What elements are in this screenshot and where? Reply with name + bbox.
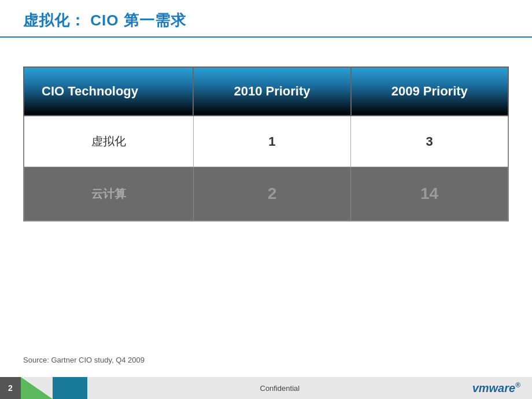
logo-ware: ware [489,382,516,394]
logo-vm: vm [472,382,489,394]
header: 虚拟化： CIO 第一需求 [0,0,532,36]
col-header-2010: 2010 Priority [193,67,350,116]
logo-registered: ® [515,381,520,389]
col-header-2009: 2009 Priority [351,67,508,116]
cell-2010-1: 1 [193,116,350,167]
footer: 2 Confidential vmware® [0,377,532,399]
footer-logo: vmware® [472,381,520,395]
main-content: CIO Technology 2010 Priority 2009 Priori… [0,38,532,221]
cio-table: CIO Technology 2010 Priority 2009 Priori… [23,66,509,221]
table-header-row: CIO Technology 2010 Priority 2009 Priori… [24,67,508,116]
footer-page-number: 2 [0,377,21,399]
cell-2009-2: 14 [351,167,508,221]
table-row: 虚拟化 1 3 [24,116,508,167]
source-text: Source: Gartner CIO study, Q4 2009 [23,356,145,364]
footer-confidential: Confidential [87,384,472,393]
cell-2009-1: 3 [351,116,508,167]
footer-green-shape [21,377,53,399]
footer-teal-shape [53,377,87,399]
col-header-technology: CIO Technology [24,67,193,116]
table-row: 云计算 2 14 [24,167,508,221]
cell-2010-2: 2 [193,167,350,221]
cell-tech-2: 云计算 [24,167,193,221]
page-title: 虚拟化： CIO 第一需求 [23,10,509,31]
footer-left-decor: 2 [0,377,87,399]
cell-tech-1: 虚拟化 [24,116,193,167]
